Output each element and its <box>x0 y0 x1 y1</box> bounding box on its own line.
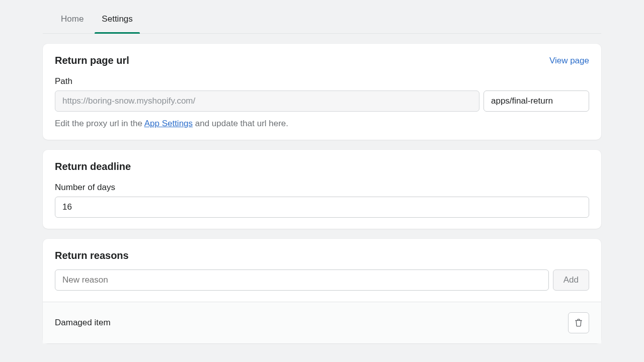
proxy-help-text: Edit the proxy url in the App Settings a… <box>55 119 589 129</box>
app-settings-link[interactable]: App Settings <box>144 119 193 128</box>
reason-list: Damaged item <box>43 302 601 343</box>
reason-label: Damaged item <box>55 318 111 328</box>
path-label: Path <box>55 76 589 86</box>
path-input[interactable] <box>484 90 589 112</box>
tab-settings[interactable]: Settings <box>100 9 134 33</box>
tab-home[interactable]: Home <box>59 9 86 33</box>
trash-icon <box>574 318 584 328</box>
help-suffix: and update that url here. <box>193 119 288 128</box>
return-page-url-card: Return page url View page Path Edit the … <box>43 44 601 140</box>
help-prefix: Edit the proxy url in the <box>55 119 144 128</box>
delete-reason-button[interactable] <box>568 312 589 333</box>
base-url-field <box>55 90 479 112</box>
return-reasons-card: Return reasons Add Damaged item <box>43 239 601 343</box>
days-label: Number of days <box>55 183 589 193</box>
new-reason-input[interactable] <box>55 269 549 291</box>
return-reasons-title: Return reasons <box>55 250 129 261</box>
days-input[interactable] <box>55 197 589 218</box>
view-page-link[interactable]: View page <box>549 56 589 66</box>
return-deadline-card: Return deadline Number of days <box>43 150 601 229</box>
add-reason-button[interactable]: Add <box>553 269 589 291</box>
return-page-url-title: Return page url <box>55 55 129 66</box>
tabs: Home Settings <box>43 0 601 34</box>
reason-item: Damaged item <box>43 302 601 343</box>
return-deadline-title: Return deadline <box>55 161 131 172</box>
